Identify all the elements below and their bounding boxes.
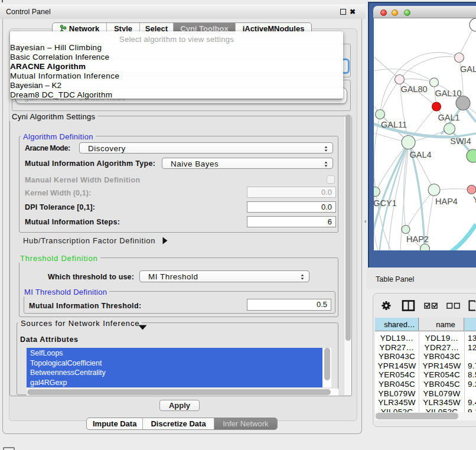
svg-text:GAL4: GAL4 <box>409 150 431 159</box>
svg-text:GAL7: GAL7 <box>460 64 476 74</box>
svg-text:GAL80: GAL80 <box>400 84 427 94</box>
svg-text:Y: Y <box>473 195 476 204</box>
svg-text:HAP2: HAP2 <box>406 234 429 244</box>
svg-text:SWI4: SWI4 <box>450 136 471 146</box>
svg-text:GAL10: GAL10 <box>435 89 461 98</box>
svg-text:GAL1: GAL1 <box>438 113 459 122</box>
svg-text:GCY1: GCY1 <box>374 198 397 208</box>
svg-text:HAP4: HAP4 <box>435 197 458 206</box>
svg-text:GAL11: GAL11 <box>381 120 407 129</box>
